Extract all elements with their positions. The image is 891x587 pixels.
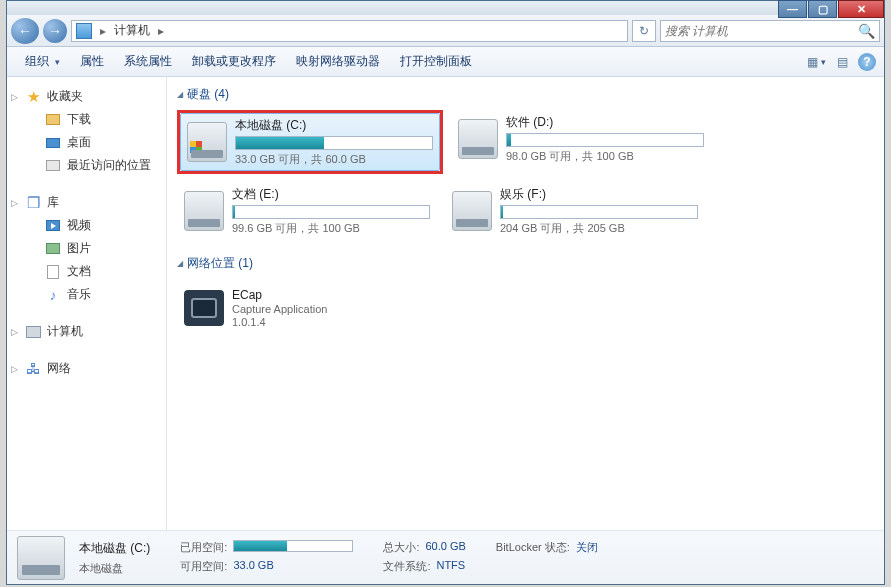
library-icon: ❒ bbox=[25, 195, 41, 211]
details-pane: 本地磁盘 (C:) 本地磁盘 已用空间: 可用空间:33.0 GB 总大小:60… bbox=[7, 530, 884, 584]
titlebar: — ▢ ✕ bbox=[7, 1, 884, 15]
map-drive-button[interactable]: 映射网络驱动器 bbox=[286, 49, 390, 74]
star-icon: ★ bbox=[25, 89, 41, 105]
drive-icon bbox=[184, 191, 224, 231]
sidebar-computer[interactable]: 计算机 bbox=[7, 320, 166, 343]
drive-item[interactable]: 娱乐 (F:) 204 GB 可用，共 205 GB bbox=[445, 182, 705, 240]
details-title: 本地磁盘 (C:) bbox=[79, 540, 150, 557]
search-box[interactable]: 🔍 bbox=[660, 20, 880, 42]
sidebar-label: 库 bbox=[47, 194, 59, 211]
drive-name: 文档 (E:) bbox=[232, 186, 430, 203]
video-icon bbox=[45, 218, 61, 234]
camera-icon bbox=[184, 290, 224, 326]
music-icon: ♪ bbox=[45, 287, 61, 303]
app-description: Capture Application bbox=[232, 303, 327, 315]
properties-button[interactable]: 属性 bbox=[70, 49, 114, 74]
forward-button[interactable]: → bbox=[43, 19, 67, 43]
search-icon: 🔍 bbox=[858, 23, 875, 39]
section-hard-disks[interactable]: 硬盘 (4) bbox=[177, 83, 874, 106]
total-size-label: 总大小: bbox=[383, 540, 419, 555]
breadcrumb-sep-icon: ▸ bbox=[98, 24, 108, 38]
sidebar-music[interactable]: ♪音乐 bbox=[7, 283, 166, 306]
sidebar-documents[interactable]: 文档 bbox=[7, 260, 166, 283]
breadcrumb-computer[interactable]: 计算机 bbox=[114, 22, 150, 39]
sidebar-libraries[interactable]: ❒库 bbox=[7, 191, 166, 214]
drive-usage-bar bbox=[506, 133, 704, 147]
drive-item[interactable]: 本地磁盘 (C:) 33.0 GB 可用，共 60.0 GB bbox=[180, 113, 440, 171]
sidebar-desktop[interactable]: 桌面 bbox=[7, 131, 166, 154]
drive-usage-bar bbox=[500, 205, 698, 219]
refresh-button[interactable]: ↻ bbox=[632, 20, 656, 42]
control-panel-button[interactable]: 打开控制面板 bbox=[390, 49, 482, 74]
drive-space: 204 GB 可用，共 205 GB bbox=[500, 221, 698, 236]
breadcrumb[interactable]: ▸ 计算机 ▸ bbox=[71, 20, 628, 42]
bitlocker-value: 关闭 bbox=[576, 540, 598, 555]
folder-icon bbox=[45, 112, 61, 128]
drive-icon bbox=[17, 536, 65, 580]
sidebar-label: 最近访问的位置 bbox=[67, 157, 151, 174]
desktop-icon bbox=[45, 135, 61, 151]
section-label: 网络位置 (1) bbox=[187, 255, 253, 272]
sidebar-label: 网络 bbox=[47, 360, 71, 377]
drive-space: 99.6 GB 可用，共 100 GB bbox=[232, 221, 430, 236]
back-button[interactable]: ← bbox=[11, 18, 39, 44]
filesystem-value: NTFS bbox=[436, 559, 465, 574]
free-space-value: 33.0 GB bbox=[233, 559, 273, 574]
sidebar-label: 下载 bbox=[67, 111, 91, 128]
drive-name: 本地磁盘 (C:) bbox=[235, 117, 433, 134]
search-input[interactable] bbox=[665, 24, 858, 38]
used-space-bar bbox=[233, 540, 353, 552]
computer-icon bbox=[25, 324, 41, 340]
sidebar-label: 收藏夹 bbox=[47, 88, 83, 105]
free-space-label: 可用空间: bbox=[180, 559, 227, 574]
app-version: 1.0.1.4 bbox=[232, 316, 327, 328]
recent-icon bbox=[45, 158, 61, 174]
drive-name: 娱乐 (F:) bbox=[500, 186, 698, 203]
sidebar-recent[interactable]: 最近访问的位置 bbox=[7, 154, 166, 177]
filesystem-label: 文件系统: bbox=[383, 559, 430, 574]
content-area: 硬盘 (4) 本地磁盘 (C:) 33.0 GB 可用，共 60.0 GB 软件… bbox=[167, 77, 884, 530]
minimize-button[interactable]: — bbox=[778, 0, 807, 18]
sidebar-label: 音乐 bbox=[67, 286, 91, 303]
drive-name: 软件 (D:) bbox=[506, 114, 704, 131]
view-options-button[interactable]: ▦ bbox=[806, 52, 826, 72]
navigation-pane: ★收藏夹 下载 桌面 最近访问的位置 ❒库 视频 图片 文档 ♪音乐 计算机 🖧… bbox=[7, 77, 167, 530]
help-button[interactable]: ? bbox=[858, 53, 876, 71]
sidebar-label: 桌面 bbox=[67, 134, 91, 151]
sidebar-label: 计算机 bbox=[47, 323, 83, 340]
drive-icon bbox=[458, 119, 498, 159]
maximize-button[interactable]: ▢ bbox=[808, 0, 837, 18]
drive-usage-bar bbox=[232, 205, 430, 219]
details-subtitle: 本地磁盘 bbox=[79, 561, 123, 576]
section-network-locations[interactable]: 网络位置 (1) bbox=[177, 252, 874, 275]
close-button[interactable]: ✕ bbox=[838, 0, 884, 18]
drive-space: 33.0 GB 可用，共 60.0 GB bbox=[235, 152, 433, 167]
explorer-window: — ▢ ✕ ← → ▸ 计算机 ▸ ↻ 🔍 组织 属性 系统属性 卸载或更改程序… bbox=[6, 0, 885, 585]
organize-button[interactable]: 组织 bbox=[15, 49, 70, 74]
picture-icon bbox=[45, 241, 61, 257]
sidebar-label: 文档 bbox=[67, 263, 91, 280]
drive-space: 98.0 GB 可用，共 100 GB bbox=[506, 149, 704, 164]
sidebar-pictures[interactable]: 图片 bbox=[7, 237, 166, 260]
drive-item[interactable]: 软件 (D:) 98.0 GB 可用，共 100 GB bbox=[451, 110, 711, 168]
sidebar-downloads[interactable]: 下载 bbox=[7, 108, 166, 131]
uninstall-button[interactable]: 卸载或更改程序 bbox=[182, 49, 286, 74]
app-name: ECap bbox=[232, 288, 327, 302]
sidebar-favorites[interactable]: ★收藏夹 bbox=[7, 85, 166, 108]
preview-pane-button[interactable]: ▤ bbox=[832, 52, 852, 72]
used-space-label: 已用空间: bbox=[180, 540, 227, 555]
address-bar: ← → ▸ 计算机 ▸ ↻ 🔍 bbox=[7, 15, 884, 47]
sidebar-label: 图片 bbox=[67, 240, 91, 257]
bitlocker-label: BitLocker 状态: bbox=[496, 540, 570, 555]
document-icon bbox=[45, 264, 61, 280]
section-label: 硬盘 (4) bbox=[187, 86, 229, 103]
network-icon: 🖧 bbox=[25, 361, 41, 377]
sidebar-videos[interactable]: 视频 bbox=[7, 214, 166, 237]
sidebar-label: 视频 bbox=[67, 217, 91, 234]
drive-item[interactable]: 文档 (E:) 99.6 GB 可用，共 100 GB bbox=[177, 182, 437, 240]
sidebar-network[interactable]: 🖧网络 bbox=[7, 357, 166, 380]
drive-icon bbox=[452, 191, 492, 231]
system-properties-button[interactable]: 系统属性 bbox=[114, 49, 182, 74]
network-app-ecap[interactable]: ECap Capture Application 1.0.1.4 bbox=[177, 279, 437, 337]
drive-icon bbox=[187, 122, 227, 162]
